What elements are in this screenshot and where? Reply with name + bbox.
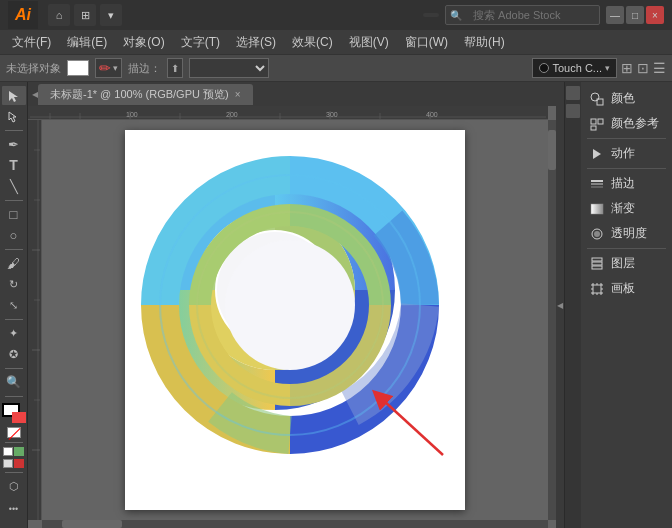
panel-item-gradient[interactable]: 渐变 [581, 196, 672, 221]
panel-label-action: 动作 [611, 145, 635, 162]
action-icon [589, 146, 605, 162]
main-layout: ✒ T ╲ □ ○ 🖌 ↻ ⤡ ✦ ✪ 🔍 [0, 82, 672, 528]
stroke-dropdown-select[interactable] [189, 58, 269, 78]
menu-help[interactable]: 帮助(H) [456, 32, 513, 53]
touch-arrow: ▾ [605, 63, 610, 73]
grid-icon[interactable]: ⊞ [74, 4, 96, 26]
tab-bar: ◀ 未标题-1* @ 100% (RGB/GPU 预览) × [28, 82, 556, 106]
window-controls: — □ × [606, 6, 664, 24]
title-icons: ⌂ ⊞ ▾ [48, 4, 122, 26]
layers-icon [589, 256, 605, 272]
svg-rect-44 [593, 285, 601, 293]
rect-tool[interactable]: □ [2, 205, 26, 224]
menu-bar: 文件(F) 编辑(E) 对象(O) 文字(T) 选择(S) 效果(C) 视图(V… [0, 30, 672, 54]
align-icon[interactable]: ⊞ [621, 60, 633, 76]
horizontal-scrollbar[interactable] [42, 520, 548, 528]
panel-sep-1 [587, 138, 666, 139]
line-tool[interactable]: ╲ [2, 177, 26, 196]
minimize-button[interactable]: — [606, 6, 624, 24]
tool-separator-6 [5, 396, 23, 397]
home-icon[interactable]: ⌂ [48, 4, 70, 26]
svg-text:100: 100 [126, 111, 138, 118]
text-tool[interactable]: T [2, 156, 26, 175]
panel-item-action[interactable]: 动作 [581, 141, 672, 166]
ruler-horizontal: 100 200 300 400 [28, 106, 548, 120]
restore-button[interactable]: □ [626, 6, 644, 24]
swatch-white[interactable] [3, 447, 13, 456]
symbol-tool[interactable]: ✦ [2, 324, 26, 343]
panel-item-layers[interactable]: 图层 [581, 251, 672, 276]
panel-tab-bar [565, 82, 581, 528]
panel-label-color: 颜色 [611, 90, 635, 107]
panel-items: 颜色 颜色参考 [581, 82, 672, 528]
scale-tool[interactable]: ⤡ [2, 296, 26, 315]
tool-separator-3 [5, 249, 23, 250]
panel-item-stroke[interactable]: 描边 [581, 171, 672, 196]
swatch-gray[interactable] [3, 459, 13, 468]
tab-close-btn[interactable]: × [235, 89, 241, 100]
svg-point-29 [591, 93, 599, 101]
panel-item-artboard[interactable]: 画板 [581, 276, 672, 301]
svg-text:300: 300 [326, 111, 338, 118]
tab-untitled[interactable]: 未标题-1* @ 100% (RGB/GPU 预览) × [38, 84, 253, 105]
ellipse-tool[interactable]: ○ [2, 226, 26, 245]
fill-color-box[interactable] [67, 60, 89, 76]
vertical-scrollbar[interactable] [548, 120, 556, 520]
tool-separator-2 [5, 200, 23, 201]
swatch-red[interactable] [14, 459, 24, 468]
no-select-label: 未选择对象 [6, 61, 61, 76]
menu-icon[interactable]: ☰ [653, 60, 666, 76]
menu-object[interactable]: 对象(O) [115, 32, 172, 53]
right-panel-collapse[interactable]: ◀ [556, 82, 564, 528]
panel-item-color[interactable]: 颜色 [581, 86, 672, 111]
menu-view[interactable]: 视图(V) [341, 32, 397, 53]
panel-sep-2 [587, 168, 666, 169]
ruler-vertical [28, 120, 42, 520]
right-panel: 颜色 颜色参考 [564, 82, 672, 528]
stroke-icon: ✏ [99, 60, 111, 76]
panel-tab-1[interactable] [566, 86, 580, 100]
touch-color-selector[interactable]: Touch C... ▾ [532, 58, 617, 78]
stroke-dropdown[interactable]: ✏ ▾ [95, 58, 122, 78]
direct-select-tool[interactable] [2, 107, 26, 126]
transform-icon[interactable]: ⊡ [637, 60, 649, 76]
select-tool[interactable] [2, 86, 26, 105]
svg-marker-34 [593, 149, 601, 159]
fill-stroke-boxes[interactable] [2, 403, 26, 424]
menu-effect[interactable]: 效果(C) [284, 32, 341, 53]
menu-text[interactable]: 文字(T) [173, 32, 228, 53]
ai-logo: Ai [8, 1, 38, 29]
left-toolbox: ✒ T ╲ □ ○ 🖌 ↻ ⤡ ✦ ✪ 🔍 [0, 82, 28, 528]
menu-edit[interactable]: 编辑(E) [59, 32, 115, 53]
right-panel-inner: 颜色 颜色参考 [565, 82, 672, 528]
fill-color[interactable] [12, 412, 26, 423]
svg-rect-43 [592, 258, 602, 261]
brush-tool[interactable]: 🖌 [2, 254, 26, 273]
swatch-green[interactable] [14, 447, 24, 456]
search-input[interactable] [465, 7, 595, 23]
magic-wand[interactable]: ✪ [2, 345, 26, 364]
more-tools[interactable]: ••• [2, 498, 26, 524]
gradient-icon [589, 201, 605, 217]
dropdown-icon[interactable]: ▾ [100, 4, 122, 26]
panel-item-color-ref[interactable]: 颜色参考 [581, 111, 672, 136]
rotate-tool[interactable]: ↻ [2, 275, 26, 294]
menu-window[interactable]: 窗口(W) [397, 32, 456, 53]
panel-tab-2[interactable] [566, 104, 580, 118]
close-button[interactable]: × [646, 6, 664, 24]
auto-label [423, 13, 439, 17]
menu-file[interactable]: 文件(F) [4, 32, 59, 53]
panel-item-opacity[interactable]: 透明度 [581, 221, 672, 246]
pen-tool[interactable]: ✒ [2, 135, 26, 154]
color-swatches-2 [3, 459, 24, 468]
more-tools-btn[interactable]: ••• [2, 498, 26, 520]
stroke-value-input[interactable]: ⬆ [167, 58, 183, 78]
menu-select[interactable]: 选择(S) [228, 32, 284, 53]
tool-separator-1 [5, 130, 23, 131]
zoom-tool[interactable]: 🔍 [2, 373, 26, 392]
svg-rect-38 [591, 204, 603, 214]
svg-rect-33 [591, 126, 596, 130]
svg-text:400: 400 [426, 111, 438, 118]
tool-separator-4 [5, 319, 23, 320]
layers-icon-small[interactable]: ⬡ [2, 477, 26, 496]
